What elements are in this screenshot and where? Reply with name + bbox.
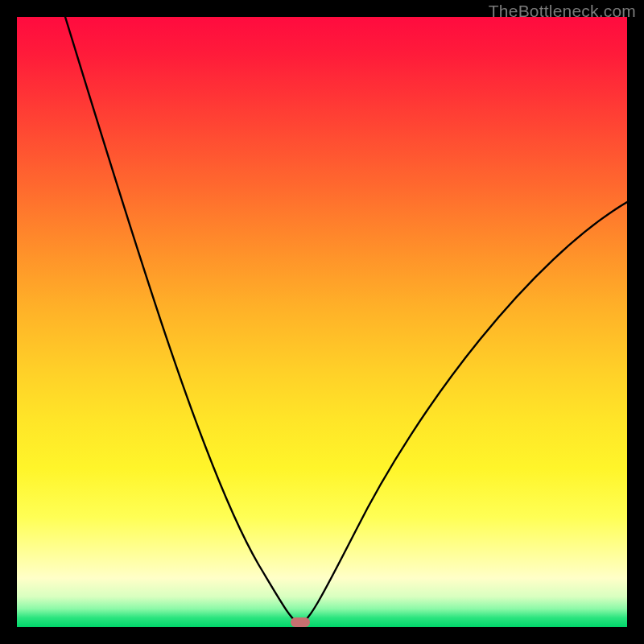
chart-frame: TheBottleneck.com xyxy=(0,0,644,644)
watermark-text: TheBottleneck.com xyxy=(489,2,636,21)
curve-path xyxy=(65,17,627,624)
optimal-marker xyxy=(291,617,310,627)
bottleneck-curve xyxy=(17,17,627,627)
plot-area xyxy=(17,17,627,627)
